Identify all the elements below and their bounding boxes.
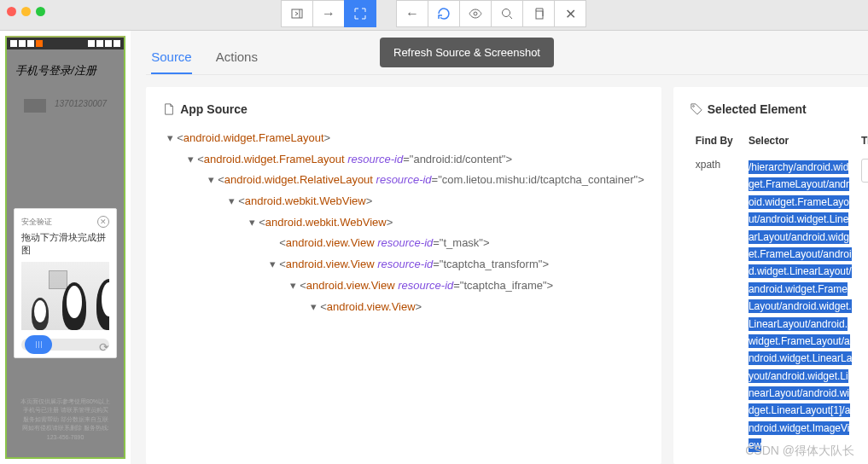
dock-icon[interactable]: [281, 0, 313, 27]
back-icon[interactable]: ←: [396, 0, 428, 27]
tree-node[interactable]: ▾<android.widget.FrameLayout resource-id…: [163, 149, 644, 171]
get-timing-button[interactable]: Get Timing: [861, 159, 868, 183]
col-findby: Find By: [692, 130, 743, 152]
phone-footer-text: 本页面仅供展示参考使用80%以上手机号已注册 请联系管理员购买服务如需帮助 部分…: [7, 397, 124, 443]
selected-element-title: Selected Element: [708, 102, 807, 116]
tab-actions[interactable]: Actions: [216, 49, 258, 74]
window-min-dot[interactable]: [21, 7, 31, 16]
captcha-header-label: 安全验证: [21, 217, 52, 228]
captcha-refresh-icon[interactable]: ⟳: [99, 340, 109, 354]
tag-icon: [690, 103, 702, 115]
captcha-close-icon[interactable]: ✕: [97, 216, 109, 228]
eye-icon[interactable]: [459, 0, 492, 27]
main-toolbar: → ← ✕: [282, 0, 586, 27]
captcha-image: [21, 262, 109, 330]
table-header-row: Find By Selector Time (ms): [692, 130, 868, 152]
phone-page-title: 手机号登录/注册: [7, 49, 124, 82]
expand-icon[interactable]: [344, 0, 376, 27]
svg-point-4: [692, 106, 694, 107]
puzzle-slot: [49, 270, 67, 289]
table-row: xpath /hierarchy/android.widget.FrameLay…: [692, 154, 868, 460]
svg-rect-3: [536, 11, 543, 19]
col-time: Time (ms): [858, 130, 868, 152]
document-icon: [163, 103, 175, 115]
time-cell: Get Timing: [858, 154, 868, 460]
arrow-icon[interactable]: →: [312, 0, 345, 27]
tree-node[interactable]: ▾<android.widget.FrameLayout>: [163, 128, 644, 149]
app-source-panel: App Source ▾<android.widget.FrameLayout>…: [146, 87, 661, 464]
tree-node[interactable]: <android.view.View resource-id="t_mask">: [163, 233, 644, 254]
svg-point-2: [503, 9, 510, 17]
app-source-title: App Source: [180, 102, 248, 116]
selector-cell[interactable]: /hierarchy/android.widget.FrameLayout/an…: [745, 154, 856, 460]
source-tree[interactable]: ▾<android.widget.FrameLayout>▾<android.w…: [163, 128, 644, 317]
slider-thumb[interactable]: [25, 335, 52, 354]
refresh-icon[interactable]: [428, 0, 460, 27]
col-selector: Selector: [745, 130, 856, 152]
copy-icon[interactable]: [522, 0, 555, 27]
svg-rect-0: [292, 9, 302, 18]
tab-source[interactable]: Source: [151, 49, 192, 74]
phone-number-input[interactable]: 13701230007: [55, 99, 107, 113]
device-preview: 手机号登录/注册 13701230007 安全验证 ✕ 拖动下方滑块完成拼图: [0, 31, 131, 464]
tree-node[interactable]: ▾<android.view.View resource-id="tcaptch…: [163, 276, 644, 297]
svg-point-1: [474, 12, 477, 15]
tree-node[interactable]: ▾<android.widget.RelativeLayout resource…: [163, 170, 644, 191]
slider-track[interactable]: [21, 339, 109, 351]
tree-node[interactable]: ▾<android.view.View resource-id="tcaptch…: [163, 254, 644, 276]
selected-element-panel: Selected Element Find By Selector Time (…: [673, 87, 868, 464]
close-icon[interactable]: ✕: [554, 0, 586, 27]
refresh-tooltip: Refresh Source & Screenshot: [380, 38, 554, 67]
tree-node[interactable]: ▾<android.webkit.WebView>: [163, 212, 644, 234]
captcha-dialog: 安全验证 ✕ 拖动下方滑块完成拼图 ⟳: [14, 208, 117, 358]
tree-node[interactable]: ▾<android.webkit.WebView>: [163, 191, 644, 212]
phone-status-bar: [7, 38, 124, 49]
captcha-title: 拖动下方滑块完成拼图: [21, 231, 109, 257]
window-close-dot[interactable]: [7, 7, 16, 16]
window-max-dot[interactable]: [36, 7, 45, 16]
findby-cell: xpath: [692, 154, 743, 460]
country-code-btn[interactable]: [24, 99, 46, 113]
tree-node[interactable]: ▾<android.view.View>: [163, 297, 644, 318]
watermark: CSDN @得体大队长: [745, 444, 854, 459]
search-icon[interactable]: [491, 0, 523, 27]
